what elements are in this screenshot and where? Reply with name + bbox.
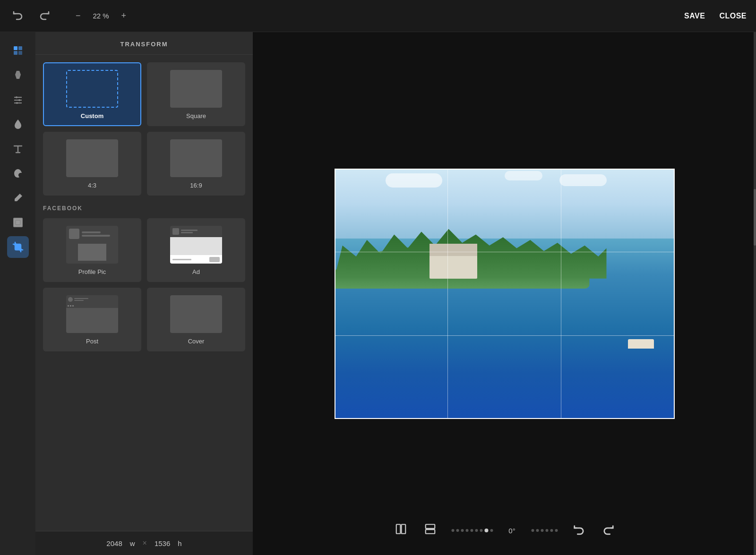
crop-option-4-3[interactable]: 4:3 <box>43 132 141 196</box>
svg-point-4 <box>17 77 19 78</box>
tool-frame[interactable] <box>7 212 29 233</box>
fb-post-dot <box>72 305 74 307</box>
scrollbar-thumb[interactable] <box>754 189 756 246</box>
rotation-value: 0° <box>501 527 523 535</box>
zoom-plus-button[interactable]: + <box>118 10 130 22</box>
crop-label-16-9: 16:9 <box>190 182 202 189</box>
fb-post-dot <box>68 305 69 307</box>
building <box>430 254 477 279</box>
rot-dot <box>545 529 548 532</box>
scrollbar-track[interactable] <box>754 32 756 555</box>
save-button[interactable]: SAVE <box>684 12 705 20</box>
svg-rect-1 <box>18 46 22 50</box>
height-label: h <box>178 539 181 547</box>
facebook-section-title: FACEBOOK <box>43 205 245 212</box>
crop-label-ad: Ad <box>192 268 200 275</box>
tool-filter[interactable] <box>7 64 29 86</box>
flip-vertical-button[interactable] <box>392 520 410 541</box>
dimension-row: 2048 w × 1536 h <box>35 531 253 555</box>
tool-text[interactable] <box>7 138 29 160</box>
fb-ad-line <box>181 232 193 233</box>
fb-ad-btn <box>209 257 220 262</box>
bottom-toolbar: 0° <box>392 520 617 541</box>
svg-rect-14 <box>401 524 405 534</box>
tool-adjust[interactable] <box>7 89 29 111</box>
crop-options-grid: Custom Square 4:3 <box>43 62 245 196</box>
tool-home[interactable] <box>7 40 29 61</box>
tool-draw[interactable] <box>7 187 29 209</box>
svg-rect-13 <box>396 524 400 534</box>
redo-button[interactable] <box>36 6 53 26</box>
dim-separator: × <box>143 539 147 547</box>
fb-post-image <box>66 308 118 333</box>
panel-title: TRANSFORM <box>35 32 253 55</box>
crop-preview-16-9 <box>170 139 222 177</box>
fb-post-line <box>74 298 88 299</box>
crop-preview-4-3 <box>66 139 118 177</box>
fb-post-dots <box>66 304 118 308</box>
crop-preview-square <box>170 70 222 108</box>
crop-option-custom[interactable]: Custom <box>43 62 141 126</box>
crop-label-custom: Custom <box>81 112 103 120</box>
svg-rect-0 <box>14 46 17 50</box>
crop-label-cover: Cover <box>188 338 205 345</box>
fb-avatar <box>69 229 79 239</box>
tool-crop[interactable] <box>7 236 29 258</box>
crop-option-cover[interactable]: Cover <box>147 288 245 351</box>
crop-option-post[interactable]: Post <box>43 288 141 351</box>
crop-option-ad[interactable]: Ad <box>147 218 245 282</box>
top-bar-right: SAVE CLOSE <box>684 12 747 20</box>
fb-post-header <box>66 295 118 304</box>
rot-dot <box>456 529 459 532</box>
image-crop-container[interactable] <box>335 169 675 419</box>
top-bar: − 22 % + SAVE CLOSE <box>0 0 756 32</box>
rot-dot <box>465 529 468 532</box>
crop-label-square: Square <box>186 112 206 120</box>
canvas-area: 0° <box>253 32 756 555</box>
flip-horizontal-button[interactable] <box>421 520 439 541</box>
fb-cover-preview <box>170 295 222 333</box>
rot-dot <box>470 529 473 532</box>
rot-dot <box>555 529 558 532</box>
svg-point-6 <box>16 96 17 98</box>
svg-point-10 <box>16 102 18 104</box>
rotation-track[interactable]: 0° <box>450 527 558 535</box>
fb-post-lines <box>74 298 88 301</box>
close-button[interactable]: CLOSE <box>719 12 747 20</box>
fb-ad-footer-line <box>172 259 191 260</box>
fb-post-avatar <box>68 297 73 302</box>
transform-panel: TRANSFORM Custom Square <box>35 32 253 555</box>
tool-mask[interactable] <box>7 162 29 184</box>
fb-post-line <box>74 300 84 301</box>
fb-profile-preview <box>66 226 118 264</box>
crop-option-profile-pic[interactable]: Profile Pic <box>43 218 141 282</box>
svg-rect-15 <box>425 524 435 529</box>
rot-dot <box>475 529 478 532</box>
rotate-ccw-button[interactable] <box>570 520 588 541</box>
rot-dot <box>541 529 543 532</box>
fb-ad-header <box>170 226 222 237</box>
top-bar-left: − 22 % + <box>9 6 130 26</box>
rot-dot <box>480 529 482 532</box>
building-roof <box>430 244 477 256</box>
fb-post-preview <box>66 295 118 333</box>
rotate-cw-button[interactable] <box>599 520 617 541</box>
fb-ad-lines <box>181 230 198 233</box>
crop-label-post: Post <box>86 338 98 345</box>
svg-rect-12 <box>16 220 20 225</box>
height-value: 1536 <box>155 539 170 547</box>
crop-option-16-9[interactable]: 16:9 <box>147 132 245 196</box>
svg-rect-16 <box>425 529 435 534</box>
fb-ad-avatar <box>172 228 179 235</box>
tool-color[interactable] <box>7 113 29 135</box>
crop-option-square[interactable]: Square <box>147 62 245 126</box>
fb-line <box>82 231 101 233</box>
undo-button[interactable] <box>9 6 26 26</box>
main-layout: TRANSFORM Custom Square <box>0 32 756 555</box>
zoom-minus-button[interactable]: − <box>72 10 85 22</box>
fb-lines <box>82 231 110 237</box>
panel-scroll[interactable]: Custom Square 4:3 <box>35 55 253 531</box>
crop-image <box>335 169 675 419</box>
fb-ad-image <box>170 237 222 255</box>
svg-point-8 <box>18 99 20 101</box>
